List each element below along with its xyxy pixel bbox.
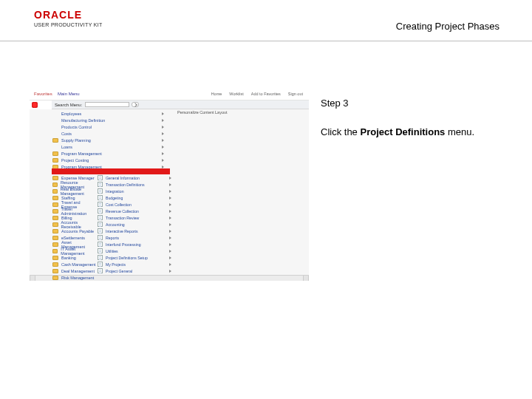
folder-icon (52, 276, 58, 280)
expand-icon (169, 223, 171, 226)
personalize-links[interactable]: Personalize Content Layout (177, 110, 228, 115)
nav-item-label: Accounts Receivable (61, 220, 96, 229)
submenu-item[interactable]: Transaction Review (98, 214, 177, 221)
folder-icon (52, 151, 58, 156)
submenu-item-label: Project General (106, 269, 132, 273)
nav-item[interactable]: Accounts Receivable (52, 221, 96, 228)
nav-item[interactable]: Deal Management (52, 267, 96, 274)
submenu-item[interactable]: Interactive Reports (98, 228, 177, 234)
submenu-item-label: Project Definitions Setup (106, 256, 148, 260)
nav-item[interactable]: Employees (52, 110, 170, 117)
step-label: Step 3 (321, 98, 517, 109)
submenu-item-label: Cost Collection (106, 202, 132, 207)
page-icon (98, 188, 103, 194)
submenu-item-label: Revenue Collection (106, 209, 139, 214)
page-icon (98, 195, 103, 200)
project-definitions-highlight[interactable] (52, 168, 170, 174)
submenu-item[interactable]: Revenue Collection (98, 208, 177, 214)
embedded-screenshot: Favorites Main Menu Home Worklist Add to… (30, 90, 309, 281)
submenu-item[interactable]: Utilities (98, 248, 177, 254)
instruction-bold: Project Definitions (360, 126, 445, 137)
nav-favorites[interactable]: Favorites (34, 92, 52, 96)
nav-item[interactable]: Project Costing (52, 157, 170, 163)
folder-icon (52, 269, 58, 273)
submenu-item-label: Integration (106, 189, 124, 194)
nav-item-label: Project Costing (61, 158, 89, 163)
nav-item[interactable]: Travel Administration (52, 208, 96, 214)
expand-icon (169, 190, 171, 193)
scroll-right-button[interactable] (303, 276, 309, 281)
nav-sign-out[interactable]: Sign out (288, 92, 303, 96)
brand-text: ORACLE (34, 9, 103, 21)
nav-right-links: Home Worklist Add to Favorites Sign out (211, 92, 303, 96)
submenu-item[interactable]: Project General (98, 267, 177, 274)
submenu-item[interactable]: Project Definitions Setup (98, 254, 177, 261)
page-icon (98, 242, 103, 247)
scroll-left-button[interactable] (30, 276, 35, 281)
page-header: ORACLE USER PRODUCTIVITY KIT Creating Pr… (0, 0, 532, 41)
expand-icon (169, 230, 171, 233)
expand-icon (169, 236, 171, 239)
submenu-item-label: Interactive Reports (106, 229, 138, 233)
submenu-item[interactable]: Interfund Processing (98, 241, 177, 248)
nav-item-label: Real Estate Management (61, 187, 96, 196)
nav-item[interactable]: Real Estate Management (52, 188, 96, 194)
folder-icon (52, 262, 58, 267)
search-menu-label: Search Menu: (55, 103, 82, 107)
nav-item-label: Loans (61, 145, 72, 149)
nav-add-favorites[interactable]: Add to Favorites (251, 92, 281, 96)
nav-main-menu[interactable]: Main Menu (58, 92, 80, 96)
folder-icon (52, 176, 58, 180)
page-icon (98, 208, 103, 214)
submenu-item[interactable]: General Information (98, 174, 177, 181)
submenu-item[interactable]: Budgeting (98, 194, 177, 201)
page-icon (98, 228, 103, 233)
instruction-after: menu. (445, 126, 474, 137)
folder-icon (52, 189, 58, 194)
app-logo-row (30, 100, 52, 109)
main-nav-menu: EmployeesManufacturing DefinitionProduct… (52, 110, 170, 170)
expand-icon (162, 126, 164, 129)
oracle-dot-icon (32, 102, 38, 108)
submenu-item-label: Budgeting (106, 196, 123, 200)
page-icon (98, 215, 103, 220)
nav-item[interactable]: Risk Management (52, 274, 96, 281)
nav-item[interactable]: Manufacturing Definition (52, 117, 170, 123)
nav-item-label: IT Asset Management (61, 247, 96, 256)
submenu-item[interactable]: Accounting (98, 221, 177, 228)
nav-item[interactable]: Costs (52, 130, 170, 137)
expand-icon (162, 139, 164, 142)
submenu-item[interactable]: My Projects (98, 261, 177, 267)
nav-item[interactable]: Cash Management (52, 261, 96, 267)
search-menu-input[interactable] (85, 102, 129, 107)
expand-icon (162, 152, 164, 155)
nav-item[interactable]: Loans (52, 143, 170, 150)
folder-icon (52, 196, 58, 200)
expand-icon (162, 119, 164, 122)
folder-icon (52, 242, 58, 247)
nav-item[interactable]: Supply Planning (52, 137, 170, 143)
page-icon (98, 175, 103, 180)
expand-icon (162, 146, 164, 149)
submenu-item[interactable]: Integration (98, 188, 177, 194)
step-instruction: Click the Project Definitions menu. (321, 126, 517, 139)
submenu-item[interactable]: Transaction Definitions (98, 181, 177, 188)
submenu-item-label: Transaction Review (106, 216, 139, 220)
expand-icon (169, 256, 171, 259)
nav-item[interactable]: IT Asset Management (52, 248, 96, 254)
nav-item[interactable]: Products Control (52, 123, 170, 130)
nav-item[interactable]: Accounts Payable (52, 228, 96, 234)
folder-icon (52, 158, 58, 163)
expand-icon (169, 216, 171, 219)
folder-icon (52, 202, 58, 207)
nav-worklist[interactable]: Worklist (229, 92, 243, 96)
submenu-item[interactable]: Cost Collection (98, 201, 177, 208)
submenu-item-label: General Information (106, 176, 140, 180)
nav-item[interactable]: Program Management (52, 150, 170, 157)
nav-home[interactable]: Home (211, 92, 222, 96)
page-icon (98, 182, 103, 187)
submenu-item[interactable]: Reports (98, 234, 177, 241)
expand-icon (169, 263, 171, 266)
nav-item-label: Costs (61, 132, 72, 136)
search-go-button[interactable] (132, 102, 139, 107)
